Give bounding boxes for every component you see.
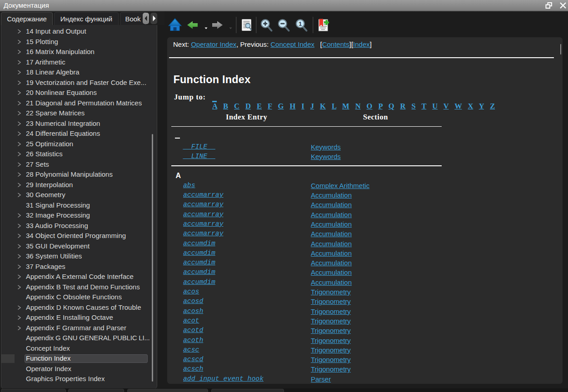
svg-text:1: 1	[299, 20, 302, 27]
